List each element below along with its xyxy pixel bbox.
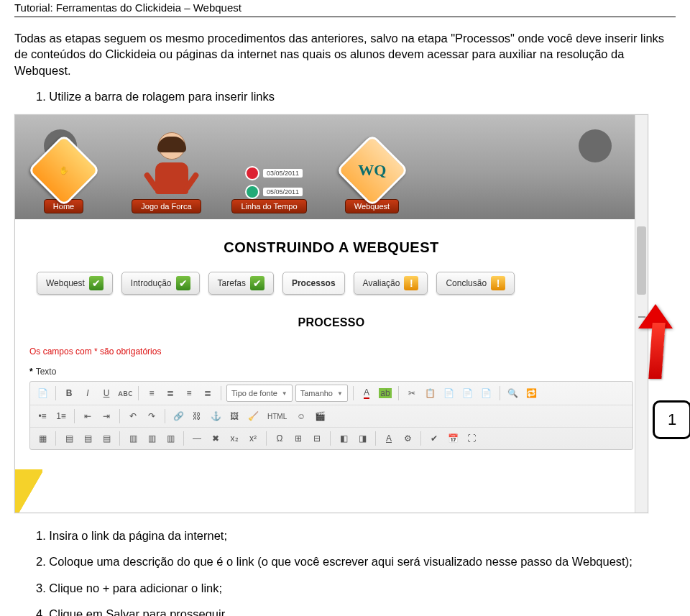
abs-button[interactable]: ◨ (354, 431, 370, 446)
html-button[interactable]: HTML (264, 408, 290, 424)
row-after-button[interactable]: ▤ (80, 431, 96, 446)
hand-icon: ✋ (59, 166, 69, 175)
spell-button[interactable]: ✔ (426, 431, 442, 446)
green-dot-icon (245, 185, 259, 199)
sub-button[interactable]: x₂ (226, 431, 242, 446)
replace-button[interactable]: 🔁 (524, 385, 540, 401)
tab-webquest[interactable]: Webquest ✔ (37, 272, 113, 295)
new-doc-button[interactable]: 📄 (34, 385, 50, 401)
arrow-stem (648, 323, 665, 379)
layer-button[interactable]: ◧ (336, 431, 351, 446)
chevron-down-icon: ▼ (282, 390, 288, 397)
list-number-button[interactable]: 1≡ (53, 408, 69, 424)
delete-row-button[interactable]: ▤ (98, 431, 114, 446)
mergecell-button[interactable]: ⊟ (309, 431, 325, 446)
tab-avaliacao[interactable]: Avaliação ! (354, 272, 428, 295)
emoticon-button[interactable]: ☺ (293, 408, 309, 424)
tab-conclusao[interactable]: Conclusão ! (436, 272, 515, 295)
page-header: Tutorial: Ferramentas do Clickideia – We… (14, 0, 676, 17)
highlight-button[interactable]: ab (377, 385, 393, 401)
indent-button[interactable]: ⇥ (98, 408, 114, 424)
styleprops-button[interactable]: ⚙ (400, 431, 415, 446)
fullscreen-button[interactable]: ⛶ (464, 431, 479, 446)
media-button[interactable]: 🎬 (312, 408, 328, 424)
strike-button[interactable]: ᴀʙᴄ (117, 385, 133, 401)
font-family-select[interactable]: Tipo de fonte▼ (226, 385, 293, 402)
col-before-button[interactable]: ▥ (125, 431, 141, 446)
image-button[interactable]: 🖼 (226, 408, 242, 424)
font-family-label: Tipo de fonte (231, 389, 277, 397)
cut-button[interactable]: ✂ (404, 385, 420, 401)
italic-button[interactable]: I (80, 385, 96, 401)
link-button[interactable]: 🔗 (170, 408, 186, 424)
date-2: 05/05/2011 (263, 188, 303, 196)
tab-processos-label: Processos (292, 278, 336, 288)
row-before-button[interactable]: ▤ (61, 431, 77, 446)
delete-col-button[interactable]: ▥ (162, 431, 178, 446)
redo-button[interactable]: ↷ (144, 408, 160, 424)
builder-title: CONSTRUINDO A WEBQUEST (29, 239, 633, 256)
app-screenshot: ✋ Home Jogo da Forca 03/05/2011 05/05/20… (14, 114, 648, 513)
scrollbar-thumb[interactable] (637, 226, 646, 295)
intro-paragraph: Todas as etapas seguem os mesmo procedim… (14, 30, 676, 78)
tab-introducao-label: Introdução (131, 278, 172, 288)
attr-button[interactable]: A (381, 431, 397, 446)
align-center-button[interactable]: ≣ (162, 385, 178, 401)
col-after-button[interactable]: ▥ (144, 431, 160, 446)
remove-format-button[interactable]: ✖ (208, 431, 224, 446)
font-size-select[interactable]: Tamanho▼ (295, 385, 348, 402)
nav-webquest[interactable]: WQ Webquest (331, 144, 413, 213)
date-button[interactable]: 📅 (445, 431, 461, 446)
anchor-button[interactable]: ⚓ (208, 408, 224, 424)
underline-button[interactable]: U (98, 385, 114, 401)
unlink-button[interactable]: ⛓ (189, 408, 205, 424)
outdent-button[interactable]: ⇤ (80, 408, 96, 424)
list-bullet-button[interactable]: •≡ (34, 408, 50, 424)
footer-step-3: 3. Clique no + para adicionar o link; (36, 580, 676, 596)
splitcell-button[interactable]: ⊞ (290, 431, 306, 446)
tab-tarefas[interactable]: Tarefas ✔ (208, 272, 274, 295)
avatar-illustration (144, 139, 198, 208)
screenshot-container: ✋ Home Jogo da Forca 03/05/2011 05/05/20… (14, 114, 674, 513)
paste-word-button[interactable]: 📄 (479, 385, 494, 401)
cleanup-button[interactable]: 🧹 (245, 408, 261, 424)
copy-button[interactable]: 📋 (423, 385, 438, 401)
builder-panel: CONSTRUINDO A WEBQUEST Webquest ✔ Introd… (15, 219, 648, 512)
nav-home[interactable]: ✋ Home (22, 144, 105, 213)
font-color-button[interactable]: A (359, 385, 374, 401)
warn-icon: ! (491, 276, 505, 290)
scroll-marker (638, 316, 645, 318)
paste-button[interactable]: 📄 (441, 385, 457, 401)
required-note: Os campos com * são obrigatórios (29, 346, 633, 357)
table-button[interactable]: ▦ (34, 431, 50, 446)
app-banner: ✋ Home Jogo da Forca 03/05/2011 05/05/20… (15, 115, 648, 219)
undo-button[interactable]: ↶ (125, 408, 141, 424)
check-icon: ✔ (176, 276, 190, 290)
align-justify-button[interactable]: ≣ (200, 385, 216, 401)
tab-introducao[interactable]: Introdução ✔ (121, 272, 200, 295)
align-right-button[interactable]: ≡ (181, 385, 197, 401)
date-1: 03/05/2011 (263, 169, 303, 178)
find-button[interactable]: 🔍 (505, 385, 521, 401)
step-tabs: Webquest ✔ Introdução ✔ Tarefas ✔ Proces… (29, 272, 633, 295)
footer-step-1: 1. Insira o link da página da internet; (36, 528, 676, 543)
hr-button[interactable]: — (189, 431, 205, 446)
tab-webquest-label: Webquest (46, 278, 85, 288)
callout-number-1: 1 (653, 400, 690, 439)
sup-button[interactable]: x² (245, 431, 261, 446)
bold-button[interactable]: B (61, 385, 77, 401)
rich-text-editor: 📄 B I U ᴀʙᴄ ≡ ≣ ≡ ≣ Tipo de fonte▼ Taman (29, 381, 633, 450)
section-title: PROCESSO (29, 316, 633, 329)
screenshot-scrollbar[interactable] (635, 115, 648, 512)
charmap-button[interactable]: Ω (272, 431, 288, 446)
chevron-down-icon: ▼ (337, 390, 343, 397)
paste-text-button[interactable]: 📄 (460, 385, 476, 401)
tab-conclusao-label: Conclusão (446, 278, 487, 288)
tab-processos[interactable]: Processos (282, 272, 345, 295)
tab-tarefas-label: Tarefas (218, 278, 246, 288)
font-size-label: Tamanho (300, 389, 333, 397)
red-dot-icon (245, 166, 259, 180)
field-label-text: Texto (36, 367, 57, 377)
align-left-button[interactable]: ≡ (144, 385, 160, 401)
footer-step-2: 2. Coloque uma descrição do que é o link… (36, 553, 676, 569)
